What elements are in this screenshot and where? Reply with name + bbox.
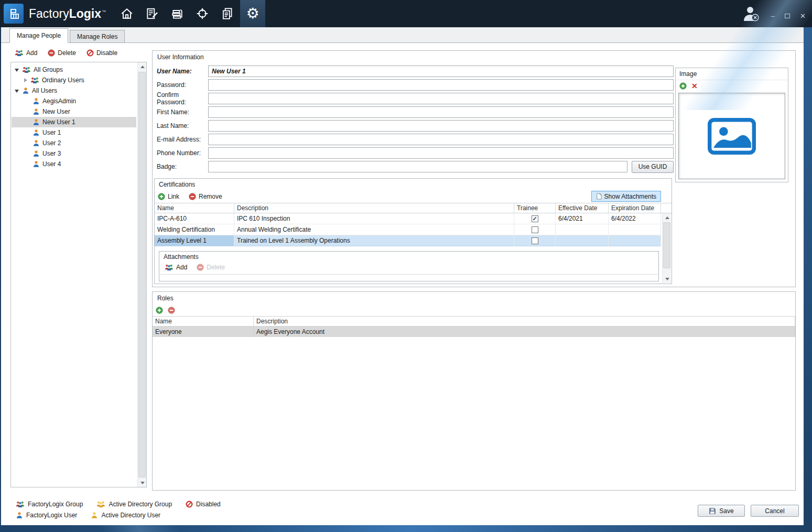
add-role-icon[interactable] [156, 307, 163, 314]
users-tree: All Groups Ordinary Users All Users Aegi… [12, 64, 136, 169]
expander-icon[interactable] [15, 89, 19, 93]
cancel-button[interactable]: Cancel [751, 505, 799, 517]
role-row-everyone[interactable]: Everyone Aegis Everyone Account [153, 327, 795, 337]
icon-legend: FactoryLogix Group Active Directory Grou… [16, 499, 221, 520]
tree-item-new-user-1[interactable]: New User 1 [12, 117, 136, 127]
trainee-checkbox[interactable] [532, 226, 538, 233]
tree-item-all-users[interactable]: All Users [12, 85, 136, 96]
user-icon [33, 108, 40, 115]
home-nav-icon[interactable] [114, 0, 139, 27]
password-field[interactable] [208, 79, 674, 91]
col-description[interactable]: Description [254, 317, 795, 326]
panel-title: Certifications [155, 179, 672, 190]
badge-field[interactable] [208, 161, 627, 172]
add-attachment-button[interactable]: Add [165, 264, 187, 271]
materials-nav-icon[interactable] [165, 0, 190, 27]
show-attachments-button[interactable]: Show Attachments [591, 191, 661, 202]
col-name[interactable]: Name [153, 317, 254, 326]
col-name[interactable]: Name [155, 203, 234, 213]
col-expiration-date[interactable]: Expiration Date [609, 203, 661, 213]
cert-row-ipc-a-610[interactable]: IPC-A-610 IPC 610 Inspection ✓ 6/4/2021 … [155, 213, 672, 224]
legend-label: FactoryLogix Group [28, 501, 83, 508]
ad-user-icon [91, 512, 98, 519]
remove-certification-button[interactable]: Remove [189, 193, 222, 200]
user-name-field[interactable] [208, 66, 674, 77]
main-nav: ⚙ [114, 0, 265, 27]
tree-item-user-3[interactable]: User 3 [12, 148, 136, 159]
reports-nav-icon[interactable] [215, 0, 240, 27]
gear-icon: ⚙ [246, 6, 259, 21]
confirm-password-field[interactable] [208, 93, 674, 104]
tab-manage-roles[interactable]: Manage Roles [70, 30, 125, 42]
expander-icon[interactable] [15, 68, 19, 72]
tree-item-label: All Groups [34, 66, 63, 73]
link-label: Link [168, 193, 179, 200]
panel-title: User Information [153, 51, 795, 63]
dispatch-nav-icon[interactable] [190, 0, 215, 27]
cert-row-welding[interactable]: Welding Certification Annual Welding Cer… [155, 224, 672, 235]
certifications-scrollbar[interactable] [662, 213, 671, 283]
tree-scrollbar[interactable] [137, 62, 146, 487]
cert-description-cell: Annual Welding Certificate [234, 224, 514, 235]
remove-role-icon[interactable] [168, 307, 175, 314]
user-icon [33, 129, 40, 136]
certifications-toolbar: Link Remove Show Attachments [155, 190, 672, 203]
attachment-icon [596, 193, 602, 200]
tree-item-user-4[interactable]: User 4 [12, 159, 136, 169]
last-name-field[interactable] [208, 120, 674, 132]
tree-item-new-user[interactable]: New User [12, 106, 136, 117]
user-icon [33, 118, 40, 126]
link-certification-button[interactable]: Link [158, 193, 179, 200]
delete-attachment-button[interactable]: Delete [197, 264, 225, 271]
settings-nav-icon[interactable]: ⚙ [240, 0, 265, 27]
add-image-icon[interactable] [679, 82, 687, 90]
image-panel-title: Image [676, 68, 788, 80]
tree-item-all-groups[interactable]: All Groups [12, 64, 136, 75]
save-floppy-icon [709, 507, 716, 515]
first-name-field[interactable] [208, 106, 674, 118]
trainee-checkbox[interactable]: ✓ [532, 215, 538, 222]
panel-title: Roles [153, 292, 795, 305]
email-field[interactable] [208, 134, 674, 145]
cert-row-assembly-level-1[interactable]: Assembly Level 1 Trained on Level 1 Asse… [155, 235, 672, 246]
planning-nav-icon[interactable] [139, 0, 165, 27]
scroll-up-icon[interactable] [138, 62, 147, 71]
legend-factorylogix-group: FactoryLogix Group [16, 501, 83, 508]
legend-active-directory-group: Active Directory Group [96, 501, 172, 508]
first-name-label: First Name: [157, 108, 208, 116]
scroll-up-icon[interactable] [663, 213, 672, 222]
scroll-down-icon[interactable] [663, 275, 672, 283]
add-user-button[interactable]: Add [15, 49, 37, 57]
current-user-icon[interactable] [742, 5, 760, 23]
scrollbar-thumb[interactable] [138, 72, 146, 477]
col-description[interactable]: Description [234, 203, 514, 213]
minimize-button[interactable]: – [771, 13, 775, 19]
expander-icon[interactable] [23, 78, 28, 83]
maximize-button[interactable] [785, 14, 790, 18]
close-button[interactable]: ✕ [800, 13, 806, 19]
app-title: FactoryLogix™ [29, 7, 106, 21]
tree-item-user-2[interactable]: User 2 [12, 138, 136, 148]
tree-item-label: All Users [32, 87, 57, 94]
scroll-down-icon[interactable] [138, 479, 147, 487]
tab-manage-people[interactable]: Manage People [9, 28, 68, 43]
tree-item-ordinary-users[interactable]: Ordinary Users [12, 75, 136, 85]
image-placeholder-icon [708, 118, 756, 155]
legend-factorylogix-user: FactoryLogix User [16, 512, 77, 519]
col-trainee[interactable]: Trainee [514, 203, 556, 213]
use-guid-button[interactable]: Use GUID [632, 161, 674, 173]
window-controls: – ✕ [771, 13, 806, 19]
tree-item-aegisadmin[interactable]: AegisAdmin [12, 96, 136, 106]
tree-item-user-1[interactable]: User 1 [12, 127, 136, 138]
trainee-checkbox[interactable] [532, 237, 538, 244]
phone-field[interactable] [208, 147, 674, 159]
user-image-placeholder[interactable] [678, 93, 785, 179]
delete-user-button[interactable]: Delete [48, 49, 76, 57]
delete-label: Delete [207, 264, 225, 271]
disable-user-button[interactable]: Disable [86, 49, 117, 57]
tree-item-label: AegisAdmin [42, 97, 76, 105]
col-effective-date[interactable]: Effective Date [556, 203, 609, 213]
scrollbar-thumb[interactable] [663, 222, 670, 268]
save-button[interactable]: Save [698, 505, 745, 517]
remove-image-icon[interactable]: ✕ [691, 82, 698, 90]
